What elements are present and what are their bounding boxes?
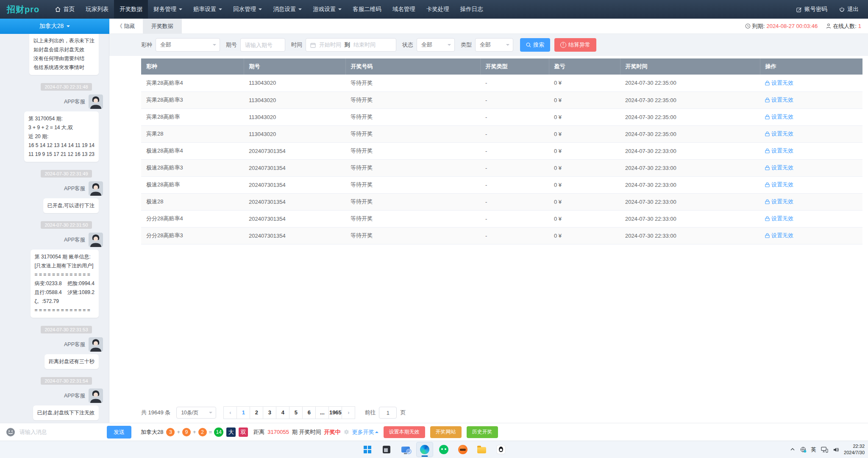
chat-message-input[interactable] [19,429,107,435]
set-invalid-link[interactable]: 设置无效 [765,181,793,189]
message-timestamp: 2024-07-30 22:31:53 [41,326,92,333]
distance-label: 距离 [253,428,264,436]
nav-item[interactable]: 首页 [50,0,80,19]
lottery-selector[interactable]: 加拿大28 [0,19,109,34]
globe-sync-icon[interactable] [800,446,807,453]
start-icon[interactable] [359,442,376,457]
page-number[interactable]: 6 [302,406,316,419]
cell-type: - [480,142,549,159]
folder-icon[interactable] [473,442,490,457]
invalidate-current-issue-button[interactable]: 设置本期无效 [384,426,425,438]
page-number[interactable]: 4 [276,406,289,419]
more-draws-link[interactable]: 更多开奖 [352,428,378,436]
settlement-abnormal-button[interactable]: ! 结算异常 [554,38,596,52]
network-display-icon[interactable] [821,447,828,453]
nav-item[interactable]: 玩家列表 [80,0,114,19]
cell-lottery: 分分28高赔率4 [141,210,244,227]
tab-draw-data[interactable]: 开奖数据 [143,19,182,33]
set-invalid-link[interactable]: 设置无效 [765,113,793,121]
nav-item[interactable]: 开奖数据 [114,0,148,19]
set-invalid-link[interactable]: 设置无效 [765,232,793,239]
nav-item[interactable]: 操作日志 [455,0,489,19]
edit-icon [796,7,802,12]
cell-issue: 113043020 [244,108,345,125]
nav-item[interactable]: 财务管理 [148,0,188,19]
set-invalid-link[interactable]: 设置无效 [765,198,793,205]
per-page-value: 10条/页 [181,409,198,416]
message-sender: APP客服 [64,236,85,244]
content-row: 已封盘,封盘线下下注无效2024-07-30 22:31:48有新客服消息GOA… [0,34,868,423]
nav-item[interactable]: 游戏设置 [307,0,347,19]
page-number[interactable]: 3 [263,406,276,419]
cell-action: 设置无效 [760,108,862,125]
chat-sidebar: 已封盘,封盘线下下注无效2024-07-30 22:31:48有新客服消息GOA… [0,34,109,423]
prev-page-button[interactable]: ‹ [223,406,237,419]
nav-item-label: 域名管理 [392,6,415,13]
filter-status-select[interactable]: 全部 [417,38,455,52]
set-invalid-link[interactable]: 设置无效 [765,147,793,155]
nav-item[interactable]: 赔率设置 [188,0,228,19]
emoji-icon[interactable] [6,427,15,437]
filter-date-range[interactable]: 开始时间 到 结束时间 [306,38,396,52]
taskbar-clock[interactable]: 22:32 2024/7/30 [844,443,865,456]
chevron-up-icon[interactable] [790,447,795,452]
expiry-info: 到期: 2024-08-27 00:03:46 [745,22,818,30]
send-message-button[interactable]: 发送 [107,426,131,439]
search-button[interactable]: 搜索 [520,38,550,52]
filter-issue-input[interactable] [240,38,285,52]
chevron-down-icon [209,412,212,415]
set-invalid-link[interactable]: 设置无效 [765,79,793,87]
goto-page-input[interactable] [379,407,397,419]
page-ellipsis[interactable]: ... [315,406,329,419]
nav-item[interactable]: 客服二维码 [347,0,387,19]
page-number[interactable]: 2 [250,406,263,419]
nav-item[interactable]: 域名管理 [387,0,421,19]
tab-bar: 《 隐藏 开奖数据 到期: 2024-08-27 00:03:46 在线人数: … [109,19,868,34]
top-navbar: 招财pro 首页玩家列表开奖数据财务管理赔率设置回水管理消息设置游戏设置客服二维… [0,0,868,19]
set-invalid-link[interactable]: 设置无效 [765,130,793,138]
nav-item[interactable]: 卡奖处理 [421,0,455,19]
hide-sidebar-button[interactable]: 《 隐藏 [109,22,143,30]
lock-icon [765,148,770,153]
cell-lottery: 极速28高赔率4 [141,142,244,159]
table-body: 宾果28高赔率4113043020等待开奖-0 ¥2024-07-30 22:3… [141,75,862,244]
orange-app-icon[interactable] [454,442,471,457]
cell-numbers: 等待开奖 [345,92,480,108]
draw-sum-ball: 14 [214,427,223,437]
chevron-down-icon [213,44,216,47]
goto-label: 前往 [364,409,376,416]
set-invalid-link[interactable]: 设置无效 [765,215,793,222]
page-number[interactable]: 5 [289,406,303,419]
wechat-icon[interactable] [435,442,452,457]
cell-lottery: 宾果28高赔率4 [141,75,244,92]
lottery-selector-label: 加拿大28 [39,22,64,30]
chat-message-list[interactable]: 已封盘,封盘线下下注无效2024-07-30 22:31:48有新客服消息GOA… [5,34,104,423]
per-page-select[interactable]: 10条/页 [176,407,216,419]
cell-action: 设置无效 [760,125,862,142]
set-invalid-link[interactable]: 设置无效 [765,164,793,172]
page-number[interactable]: 1965 [328,406,342,419]
nav-item[interactable]: 回水管理 [228,0,267,19]
nav-item[interactable]: 消息设置 [267,0,307,19]
cell-type: - [480,108,549,125]
qq-icon[interactable] [492,442,509,457]
filter-lottery-select[interactable]: 全部 [156,38,220,52]
account-password-button[interactable]: 账号密码 [796,6,827,13]
dark-app-icon[interactable] [378,442,395,457]
page-number[interactable]: 1 [236,406,250,419]
history-draws-button[interactable]: 历史开奖 [467,426,498,438]
next-page-button[interactable]: › [342,406,355,419]
cell-time: 2024-07-30 22:33:00 [620,159,760,176]
message-sender: APP客服 [64,392,85,400]
logout-button[interactable]: 退出 [839,6,859,13]
ime-badge[interactable]: 英 [811,446,817,453]
remote-app-icon[interactable] [397,442,414,457]
draw-website-button[interactable]: 开奖网站 [430,426,462,438]
set-invalid-link[interactable]: 设置无效 [765,96,793,104]
filter-type-select[interactable]: 全部 [475,38,513,52]
chat-input-area [0,427,107,437]
cell-profit: 0 ¥ [549,125,620,142]
volume-icon[interactable] [833,447,839,453]
edge-icon[interactable] [416,442,433,457]
cell-numbers: 等待开奖 [345,159,480,176]
